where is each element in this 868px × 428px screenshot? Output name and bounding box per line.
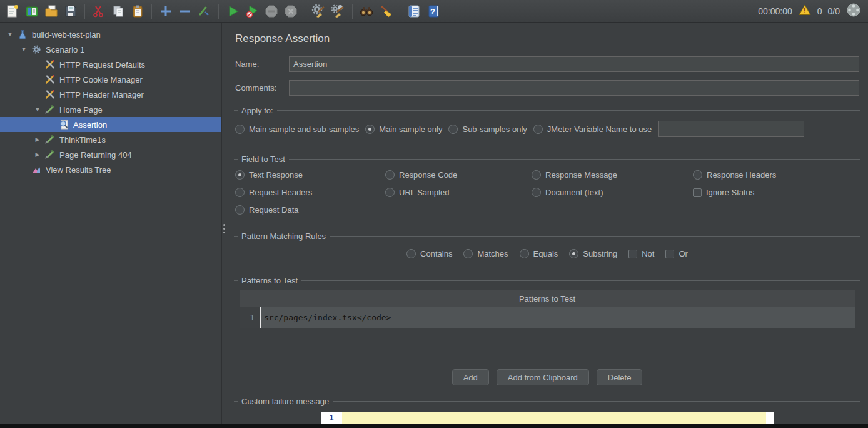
search-icon[interactable] — [358, 3, 375, 20]
save-icon[interactable] — [62, 3, 79, 20]
radio-request-data[interactable]: Request Data — [235, 205, 385, 215]
add-element-icon[interactable] — [157, 3, 174, 20]
config-element-icon — [44, 59, 56, 70]
checkbox-icon[interactable] — [628, 250, 637, 258]
config-element-icon — [44, 89, 56, 100]
add-button[interactable]: Add — [452, 369, 489, 385]
cut-icon[interactable] — [90, 3, 108, 20]
custom-failure-message-group: Custom failure message 1 — [234, 397, 860, 424]
open-file-icon[interactable] — [43, 3, 60, 20]
tree-item-page-returning-404[interactable]: ▶ Page Returning 404 — [0, 147, 221, 162]
function-helper-icon[interactable] — [405, 3, 423, 20]
radio-response-message[interactable]: Response Message — [532, 170, 693, 180]
radio-icon[interactable] — [385, 170, 395, 180]
add-from-clipboard-button[interactable]: Add from Clipboard — [497, 369, 589, 385]
pattern-row[interactable]: 1 src/pages/index.tsx</code> — [240, 307, 855, 328]
jmeter-variable-input[interactable] — [658, 121, 804, 137]
radio-icon[interactable] — [520, 249, 529, 258]
radio-icon[interactable] — [235, 205, 245, 215]
tree-item-view-results-tree[interactable]: View Results Tree — [0, 162, 221, 177]
delete-button[interactable]: Delete — [597, 369, 643, 385]
tree-item-thread-group[interactable]: ▼ Scenario 1 — [0, 42, 221, 57]
expanded-arrow-icon[interactable]: ▼ — [31, 106, 44, 113]
radio-contains[interactable]: Contains — [406, 249, 452, 258]
tree-item-thinktime1s[interactable]: ▶ ThinkTime1s — [0, 132, 221, 147]
field-to-test-group: Field to Test Text Response Response Cod… — [234, 155, 860, 223]
toggle-element-icon[interactable] — [196, 3, 213, 20]
radio-document-text[interactable]: Document (text) — [532, 188, 693, 197]
checkbox-or[interactable]: Or — [665, 249, 687, 258]
checkbox-not[interactable]: Not — [628, 249, 654, 258]
start-icon[interactable] — [224, 3, 241, 20]
copy-icon[interactable] — [109, 3, 127, 20]
pattern-cell-value[interactable]: src/pages/index.tsx</code> — [261, 307, 855, 328]
custom-failure-editor[interactable]: 1 — [321, 412, 774, 424]
editor-scrollbar[interactable] — [766, 412, 774, 424]
tree-item-test-plan[interactable]: ▼ build-web-test-plan — [0, 27, 221, 42]
test-plan-tree: ▼ build-web-test-plan ▼ Scenario 1 HTTP … — [0, 23, 221, 424]
radio-response-code[interactable]: Response Code — [385, 170, 532, 180]
radio-selected-icon[interactable] — [569, 249, 578, 258]
panel-splitter[interactable] — [221, 23, 226, 424]
editor-current-line-highlight — [342, 412, 766, 424]
apply-to-legend: Apply to: — [241, 106, 273, 115]
tree-item-http-cookie-manager[interactable]: HTTP Cookie Manager — [0, 72, 221, 87]
radio-url-sampled[interactable]: URL Sampled — [385, 188, 532, 197]
tree-item-http-header-manager[interactable]: HTTP Header Manager — [0, 87, 221, 102]
radio-icon[interactable] — [235, 188, 245, 197]
radio-substring[interactable]: Substring — [569, 249, 617, 258]
stop-icon[interactable] — [263, 3, 280, 20]
radio-main-sample-and-subsamples[interactable]: Main sample and sub-samples — [235, 125, 359, 134]
radio-jmeter-variable[interactable]: JMeter Variable Name to use — [533, 125, 652, 134]
paste-icon[interactable] — [129, 3, 146, 20]
search-reset-icon[interactable] — [377, 3, 395, 20]
expanded-arrow-icon[interactable]: ▼ — [18, 46, 30, 53]
radio-icon[interactable] — [385, 188, 395, 197]
clear-icon[interactable] — [310, 3, 328, 20]
radio-icon[interactable] — [532, 188, 541, 197]
editor-line-number: 1 — [321, 412, 342, 424]
toolbar: ? 00:00:00 ! 0 0/0 — [0, 0, 868, 23]
radio-subsamples-only[interactable]: Sub-samples only — [448, 125, 527, 134]
radio-icon[interactable] — [406, 249, 416, 258]
clear-all-icon[interactable] — [330, 3, 347, 20]
expanded-arrow-icon[interactable]: ▼ — [4, 31, 16, 38]
checkbox-icon[interactable] — [665, 250, 674, 258]
radio-icon[interactable] — [532, 170, 541, 180]
editor-text-area[interactable] — [342, 412, 766, 424]
radio-text-response[interactable]: Text Response — [235, 170, 385, 180]
radio-request-headers[interactable]: Request Headers — [235, 188, 385, 197]
name-input[interactable] — [289, 56, 859, 72]
log-warning-icon[interactable]: ! — [798, 3, 812, 19]
sampler-icon — [44, 149, 56, 160]
tree-item-home-page[interactable]: ▼ Home Page — [0, 102, 221, 117]
radio-icon[interactable] — [235, 125, 245, 134]
splitter-grip-icon[interactable] — [223, 222, 225, 235]
radio-icon[interactable] — [463, 249, 473, 258]
sampler-icon — [44, 134, 56, 145]
new-file-icon[interactable] — [4, 3, 21, 20]
templates-icon[interactable] — [23, 3, 41, 20]
tree-item-http-request-defaults[interactable]: HTTP Request Defaults — [0, 57, 221, 72]
collapsed-arrow-icon[interactable]: ▶ — [31, 136, 44, 143]
radio-selected-icon[interactable] — [235, 170, 245, 180]
window-bottom-edge — [0, 424, 868, 428]
remove-element-icon[interactable] — [176, 3, 194, 20]
radio-icon[interactable] — [533, 125, 543, 134]
radio-icon[interactable] — [448, 125, 458, 134]
radio-equals[interactable]: Equals — [520, 249, 558, 258]
checkbox-icon[interactable] — [693, 188, 702, 197]
radio-main-sample-only[interactable]: Main sample only — [365, 125, 442, 134]
field-to-test-legend: Field to Test — [241, 155, 285, 164]
radio-response-headers[interactable]: Response Headers — [693, 170, 859, 180]
radio-icon[interactable] — [693, 170, 702, 180]
radio-selected-icon[interactable] — [365, 125, 375, 134]
comments-input[interactable] — [289, 80, 859, 96]
shutdown-icon[interactable] — [282, 3, 300, 20]
radio-matches[interactable]: Matches — [463, 249, 508, 258]
collapsed-arrow-icon[interactable]: ▶ — [31, 151, 44, 158]
tree-item-assertion[interactable]: Assertion — [0, 117, 221, 132]
checkbox-ignore-status[interactable]: Ignore Status — [693, 188, 859, 197]
help-icon[interactable]: ? — [425, 3, 442, 20]
start-no-timers-icon[interactable] — [243, 3, 261, 20]
